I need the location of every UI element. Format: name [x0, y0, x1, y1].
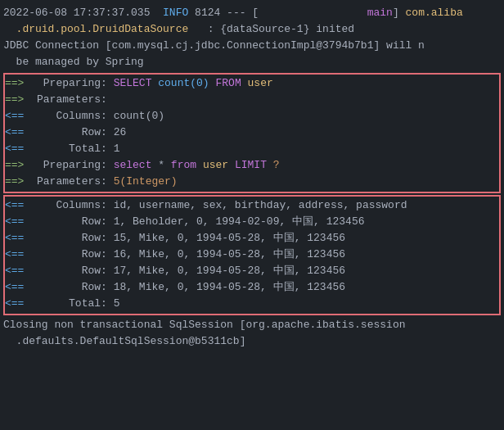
box2-line-3: <== Row: 15, Mike, 0, 1994-05-28, 中国, 12…	[5, 230, 499, 247]
box2-line-4: <== Row: 16, Mike, 0, 1994-05-28, 中国, 12…	[5, 247, 499, 263]
log-line-3: JDBC Connection [com.mysql.cj.jdbc.Conne…	[3, 38, 501, 54]
box1-line-4: <== Row: 26	[5, 124, 499, 141]
log-line-1: 2022-06-08 17:37:37.035 INFO 8124 --- [ …	[3, 5, 501, 21]
box1-line-1: ==> Preparing: SELECT count(0) FROM user	[5, 75, 499, 92]
box2-line-6: <== Row: 18, Mike, 0, 1994-05-28, 中国, 12…	[5, 279, 499, 296]
log-line-2: .druid.pool.DruidDataSource : {dataSourc…	[3, 21, 501, 38]
box1-line-6: ==> Preparing: select * from user LIMIT …	[5, 157, 499, 174]
closing-line-2: .defaults.DefaultSqlSession@b5311cb]	[3, 333, 501, 350]
box1-line-7: ==> Parameters: 5(Integer)	[5, 174, 499, 190]
box1-line-2: ==> Parameters:	[5, 92, 499, 108]
closing-line-1: Closing non transactional SqlSession [or…	[3, 317, 501, 333]
box1-line-3: <== Columns: count(0)	[5, 108, 499, 124]
box2-line-7: <== Total: 5	[5, 296, 499, 312]
log-line-4: be managed by Spring	[3, 54, 501, 70]
box2-line-2: <== Row: 1, Beholder, 0, 1994-02-09, 中国,…	[5, 214, 499, 230]
box1-line-5: <== Total: 1	[5, 141, 499, 157]
box2-line-5: <== Row: 17, Mike, 0, 1994-05-28, 中国, 12…	[5, 263, 499, 279]
box-section-2: <== Columns: id, username, sex, birthday…	[3, 195, 501, 315]
terminal: 2022-06-08 17:37:37.035 INFO 8124 --- [ …	[0, 0, 504, 430]
box-section-1: ==> Preparing: SELECT count(0) FROM user…	[3, 73, 501, 193]
box2-line-1: <== Columns: id, username, sex, birthday…	[5, 197, 499, 214]
